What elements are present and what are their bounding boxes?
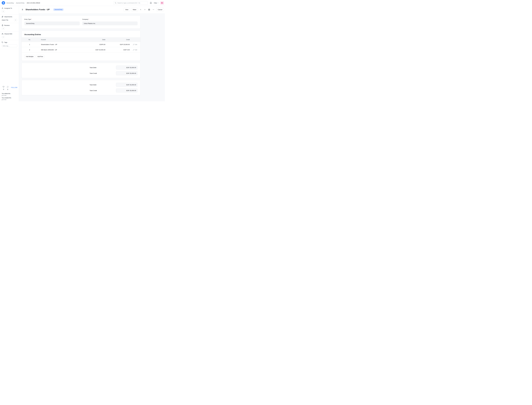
row-account[interactable]: Shareholders Funds - UP <box>38 44 82 45</box>
chevron-down-icon <box>157 2 158 4</box>
user-avatar[interactable]: BS <box>160 1 164 5</box>
help-menu[interactable]: Help <box>154 2 158 4</box>
edit-row-label: Edit <box>135 49 137 51</box>
total-credit-row: Total Credit EGP 25,000.00 <box>24 88 137 93</box>
make-button[interactable]: Make <box>131 8 138 11</box>
activity-item: You created this just now <box>2 97 17 100</box>
table-row[interactable]: 1 Shareholders Funds - UP EGP0.00 EGP 25… <box>22 42 140 47</box>
add-row-label: Add Row <box>37 56 43 57</box>
shared-with-label: Shared With <box>4 33 12 35</box>
assigned-to-label: Assigned To <box>4 7 12 9</box>
entry-type-label-text: Entry Type <box>24 19 31 20</box>
add-review-button[interactable] <box>2 27 5 30</box>
breadcrumb-separator: › <box>14 2 15 4</box>
ellipsis-icon <box>153 9 154 10</box>
table-row[interactable]: 2 SBI Bank 10002345 - UP EGP 25,000.00 E… <box>22 47 140 53</box>
add-row-button[interactable]: Add Row <box>36 55 45 58</box>
view-button-label: View <box>125 9 128 10</box>
clipboard-check-icon <box>2 25 3 26</box>
totals-card-secondary: Total Debit EGP 25,000.00 Total Credit E… <box>21 80 140 95</box>
doctype-badge: Journal Entry <box>53 8 63 11</box>
required-marker: * <box>89 19 89 20</box>
edit-row-button[interactable]: Edit <box>133 44 137 45</box>
like-count: 0 <box>3 88 4 90</box>
breadcrumb-accounting[interactable]: Accounting <box>7 2 14 4</box>
reactions-row: 0 0 FOLLOW <box>1 86 17 90</box>
company-label: Company* <box>82 19 137 20</box>
total-credit-label: Total Credit <box>89 90 97 91</box>
next-document-button[interactable] <box>143 8 146 11</box>
pencil-icon <box>133 49 134 51</box>
entry-type-input[interactable]: Journal Entry <box>24 21 80 25</box>
company-input[interactable]: Unico Plastics Inc. <box>82 21 137 25</box>
sidebar-spacer <box>0 49 19 85</box>
more-options-button[interactable] <box>152 8 155 11</box>
document-details-card: Entry Type* Journal Entry Company* Unico… <box>21 15 140 29</box>
row-number: 2 <box>22 49 38 51</box>
total-credit-value: EGP 25,000.00 <box>116 88 137 93</box>
total-credit-value: EGP 25,000.00 <box>116 71 137 75</box>
help-label: Help <box>154 2 157 4</box>
tags-header: Tags <box>2 41 17 43</box>
totals-card-primary: Total Debit EGP 25,000.00 Total Credit E… <box>21 63 140 78</box>
row-credit[interactable]: EGP 0.00 <box>105 49 130 51</box>
brand-area: Accounting › Journal Entry › ACC-JV-2021… <box>2 1 40 5</box>
view-button[interactable]: View <box>124 8 130 11</box>
add-tag-input[interactable] <box>2 45 17 47</box>
add-multiple-button[interactable]: Add Multiple <box>24 55 35 58</box>
heart-icon <box>3 86 4 88</box>
row-credit[interactable]: EGP 25,000.00 <box>105 44 130 45</box>
notifications-button[interactable] <box>150 2 152 4</box>
app-shell: Assigned To Attachments Attach File <box>0 6 165 101</box>
calculator-icon <box>3 2 4 4</box>
activity-time: just now <box>2 99 17 100</box>
cancel-button-label: Cancel <box>158 9 162 10</box>
column-header-debit: Debit <box>82 39 105 40</box>
entries-table: No. Account Debit Credit 1 Shareholders … <box>22 37 140 53</box>
edit-row-button[interactable]: Edit <box>133 49 137 51</box>
topbar: Accounting › Journal Entry › ACC-JV-2021… <box>0 0 165 6</box>
previous-document-button[interactable] <box>139 8 142 11</box>
add-share-button[interactable] <box>2 36 5 38</box>
accounting-entries-card: Accounting Entries No. Account Debit Cre… <box>21 31 140 61</box>
attach-file-label[interactable]: Attach File <box>2 19 8 21</box>
global-search[interactable] <box>113 1 148 5</box>
row-account[interactable]: SBI Bank 10002345 - UP <box>38 49 82 51</box>
reviews-header: Reviews <box>2 25 17 26</box>
plus-icon <box>15 20 16 21</box>
app-logo[interactable] <box>2 1 5 5</box>
shared-with-header: Shared With <box>2 33 17 35</box>
attach-file-button[interactable] <box>14 19 17 21</box>
like-control[interactable]: 0 <box>1 86 6 90</box>
header-actions: View Make <box>124 8 164 11</box>
print-button[interactable] <box>148 8 151 11</box>
page-header: Shareholders Funds - UP Journal Entry Vi… <box>19 6 165 13</box>
row-debit[interactable]: EGP 25,000.00 <box>82 49 105 51</box>
total-credit-label: Total Credit <box>89 73 97 74</box>
total-debit-label: Total Debit <box>89 84 96 86</box>
users-icon <box>2 33 3 35</box>
user-icon <box>2 7 3 9</box>
page-title: Shareholders Funds - UP <box>26 8 50 11</box>
column-header-account: Account <box>38 39 82 40</box>
plus-icon <box>3 11 4 12</box>
comments-control[interactable]: 0 <box>6 86 10 90</box>
row-debit[interactable]: EGP0.00 <box>82 44 105 45</box>
comment-count: 0 <box>7 88 8 90</box>
chevron-left-icon <box>140 9 141 10</box>
search-input[interactable] <box>117 2 146 4</box>
breadcrumb: Accounting › Journal Entry › ACC-JV-2021… <box>7 2 40 4</box>
main-area: Shareholders Funds - UP Journal Entry Vi… <box>19 6 165 101</box>
activity-action: You edited this <box>2 93 17 94</box>
breadcrumb-journal-entry[interactable]: Journal Entry <box>16 2 24 4</box>
add-assignment-button[interactable] <box>2 10 5 13</box>
cancel-button[interactable]: Cancel <box>156 8 164 11</box>
activity-time: just now <box>2 95 17 96</box>
page-body: Entry Type* Journal Entry Company* Unico… <box>19 13 165 101</box>
accounting-entries-title: Accounting Entries <box>22 34 140 36</box>
follow-link[interactable]: FOLLOW <box>11 87 17 88</box>
sidebar-toggle-button[interactable] <box>21 8 24 11</box>
paperclip-icon <box>2 16 3 18</box>
activity-item: You edited this just now <box>2 93 17 96</box>
breadcrumb-current-doc[interactable]: ACC-JV-2021-00019 <box>27 2 40 4</box>
